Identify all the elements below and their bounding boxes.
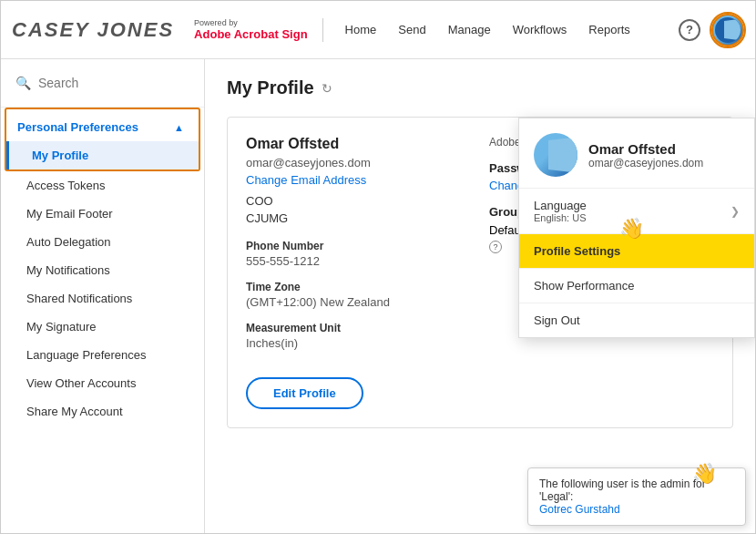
dropdown-profile-settings[interactable]: Profile Settings [519, 234, 754, 269]
dropdown-avatar [534, 133, 577, 177]
timezone-label: Time Zone [246, 281, 471, 293]
profile-name: Omar Offsted [246, 136, 471, 152]
tooltip-box: The following user is the admin for 'Leg… [527, 467, 746, 526]
dropdown-show-performance[interactable]: Show Performance [519, 269, 754, 303]
help-button[interactable]: ? [679, 19, 700, 41]
dropdown-language-item[interactable]: Language English: US ❯ [519, 189, 754, 234]
personal-prefs-header[interactable]: Personal Preferences ▲ [6, 109, 199, 141]
nav-links: Home Send Manage Workflows Reports [345, 23, 679, 36]
nav-workflows[interactable]: Workflows [513, 23, 567, 36]
logo-area: CASEY JONES Powered by Adobe Acrobat Sig… [12, 18, 323, 42]
brand-name-label: Adobe Acrobat Sign [194, 27, 307, 41]
header-right: ? [679, 14, 744, 46]
profile-org: CJUMG [246, 211, 471, 225]
dropdown-user-info: Omar Offsted omar@caseyjones.dom [588, 141, 703, 169]
measurement-field: Measurement Unit Inches(in) [246, 322, 471, 350]
refresh-icon[interactable]: ↻ [322, 81, 332, 96]
dropdown-avatar-slice [548, 137, 577, 173]
dropdown-sign-out[interactable]: Sign Out [519, 303, 754, 337]
powered-by-label: Powered by [194, 18, 307, 27]
personal-prefs-section: Personal Preferences ▲ My Profile [5, 108, 200, 171]
nav-home[interactable]: Home [345, 23, 377, 36]
legal-help-icon[interactable]: ? [489, 241, 502, 253]
profile-left: Omar Offsted omar@caseyjones.dom Change … [246, 136, 471, 409]
page-title-row: My Profile ↻ [227, 77, 733, 98]
sidebar-item-my-notifications[interactable]: My Notifications [1, 256, 204, 284]
profile-settings-label: Profile Settings [534, 244, 620, 258]
sidebar-item-share-my-account[interactable]: Share My Account [1, 397, 204, 426]
phone-label: Phone Number [246, 240, 471, 252]
edit-profile-button[interactable]: Edit Profile [246, 377, 363, 409]
search-box: 🔍 [1, 59, 204, 108]
sidebar-item-my-email-footer[interactable]: My Email Footer [1, 200, 204, 228]
adobe-brand: Powered by Adobe Acrobat Sign [194, 18, 307, 41]
nav-send[interactable]: Send [398, 23, 425, 36]
nav-reports[interactable]: Reports [588, 23, 630, 36]
sidebar-item-access-tokens[interactable]: Access Tokens [1, 171, 204, 200]
search-input[interactable] [38, 76, 189, 90]
language-item-content: Language English: US [534, 199, 587, 223]
dropdown-user-name: Omar Offsted [588, 141, 703, 157]
sidebar-item-view-other-accounts[interactable]: View Other Accounts [1, 369, 204, 397]
measurement-value: Inches(in) [246, 336, 471, 350]
dropdown-header: Omar Offsted omar@caseyjones.dom [519, 118, 754, 189]
dropdown-menu: Omar Offsted omar@caseyjones.dom Languag… [518, 118, 755, 338]
phone-value: 555-555-1212 [246, 254, 471, 268]
sidebar-item-language-preferences[interactable]: Language Preferences [1, 341, 204, 369]
profile-email: omar@caseyjones.dom [246, 156, 471, 169]
main-layout: 🔍 Personal Preferences ▲ My Profile Acce… [1, 59, 755, 534]
dropdown-user-email: omar@caseyjones.dom [588, 157, 703, 169]
personal-prefs-label: Personal Preferences [17, 120, 138, 134]
sidebar: 🔍 Personal Preferences ▲ My Profile Acce… [1, 59, 205, 534]
tooltip-link[interactable]: Gotrec Gurstahd [539, 503, 620, 516]
timezone-field: Time Zone (GMT+12:00) New Zealand [246, 281, 471, 309]
search-icon: 🔍 [15, 76, 31, 90]
casey-jones-logo: CASEY JONES [12, 18, 174, 42]
language-value: English: US [534, 212, 587, 223]
sidebar-item-my-signature[interactable]: My Signature [1, 313, 204, 341]
measurement-label: Measurement Unit [246, 322, 471, 334]
profile-role: COO [246, 194, 471, 208]
sidebar-item-auto-delegation[interactable]: Auto Delegation [1, 228, 204, 256]
nav-manage[interactable]: Manage [448, 23, 491, 36]
user-avatar-button[interactable] [711, 14, 744, 46]
sidebar-item-my-profile[interactable]: My Profile [6, 141, 199, 169]
header: CASEY JONES Powered by Adobe Acrobat Sig… [1, 1, 755, 59]
tooltip-text: The following user is the admin for 'Leg… [539, 478, 706, 503]
avatar-slice [724, 19, 741, 41]
sidebar-item-shared-notifications[interactable]: Shared Notifications [1, 284, 204, 313]
profile-fields: Phone Number 555-555-1212 Time Zone (GMT… [246, 240, 471, 350]
sign-out-label: Sign Out [534, 313, 580, 327]
timezone-value: (GMT+12:00) New Zealand [246, 295, 471, 309]
avatar-inner [715, 17, 741, 43]
show-performance-label: Show Performance [534, 279, 635, 293]
page-title: My Profile [227, 77, 314, 98]
chevron-up-icon: ▲ [174, 122, 184, 133]
change-email-link[interactable]: Change Email Address [246, 173, 366, 187]
chevron-right-icon: ❯ [730, 205, 740, 218]
language-label: Language [534, 199, 587, 212]
phone-field: Phone Number 555-555-1212 [246, 240, 471, 268]
